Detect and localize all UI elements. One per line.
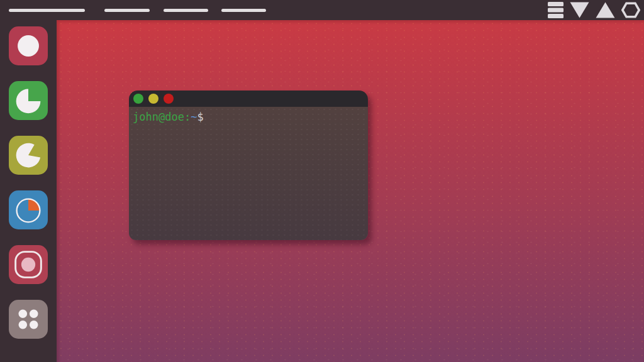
pie-slice-icon	[9, 81, 48, 120]
prompt-user-host: john@doe	[133, 111, 184, 123]
menu-item-placeholder[interactable]	[104, 9, 150, 12]
prompt-path: ~	[191, 111, 197, 123]
record-app[interactable]	[9, 245, 48, 284]
app-grid-app[interactable]	[9, 300, 48, 339]
dots-grid-icon	[9, 300, 48, 339]
terminal-body[interactable]: john@doe:~$	[129, 107, 368, 240]
pie-chart-icon	[9, 190, 48, 229]
launcher-sidebar	[0, 20, 57, 362]
menu-item-placeholder[interactable]	[164, 9, 208, 12]
white-circle-icon	[9, 26, 48, 65]
menu-item-placeholder[interactable]	[221, 9, 266, 12]
hamburger-glyph	[548, 2, 564, 18]
traffic-light-yellow[interactable]	[148, 94, 158, 104]
terminal-titlebar[interactable]	[129, 90, 368, 107]
hexagon-glyph	[621, 2, 640, 18]
triangle-up-icon[interactable]	[596, 2, 615, 18]
pacman-app[interactable]	[9, 136, 48, 175]
pie-green-app[interactable]	[9, 81, 48, 120]
record-center-dot	[21, 258, 35, 272]
terminal-prompt: john@doe:~$	[133, 111, 364, 124]
pie-chart-app[interactable]	[9, 190, 48, 229]
desktop-wallpaper[interactable]: john@doe:~$	[57, 20, 644, 362]
hamburger-icon[interactable]	[548, 2, 564, 18]
hexagon-icon[interactable]	[621, 2, 640, 18]
triangle-down-glyph	[570, 2, 589, 18]
traffic-light-red[interactable]	[164, 94, 174, 104]
system-tray	[548, 2, 644, 18]
pacman-icon	[9, 136, 48, 175]
record-icon	[9, 245, 48, 284]
triangle-down-icon[interactable]	[570, 2, 589, 18]
terminal-window[interactable]: john@doe:~$	[129, 90, 368, 240]
circle-app[interactable]	[9, 26, 48, 65]
prompt-separator: :	[184, 111, 191, 123]
menu-item-placeholder[interactable]	[9, 9, 85, 12]
prompt-symbol: $	[197, 111, 203, 123]
screen: john@doe:~$	[0, 0, 644, 362]
traffic-light-green[interactable]	[133, 94, 143, 104]
triangle-up-glyph	[596, 2, 615, 18]
top-bar	[0, 0, 644, 20]
